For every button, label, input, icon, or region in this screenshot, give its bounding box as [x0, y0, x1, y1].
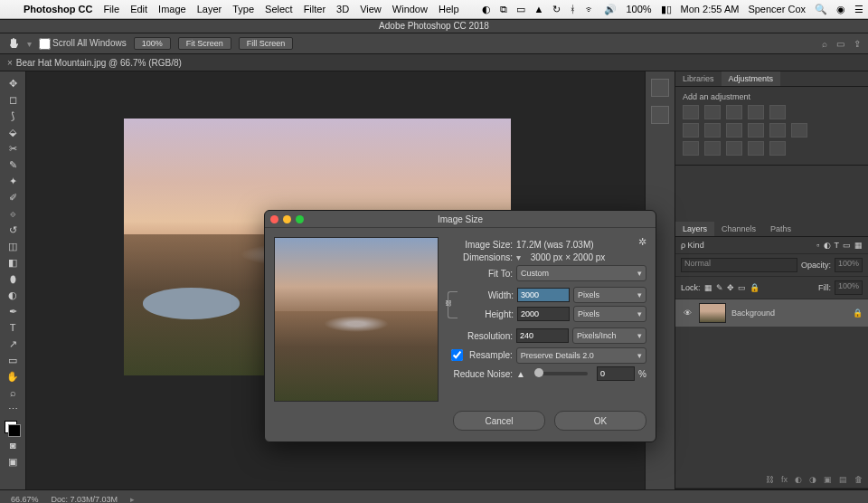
curves-icon[interactable] — [726, 105, 742, 119]
heal-tool-icon[interactable]: ✦ — [3, 174, 23, 188]
preview-thumbnail[interactable] — [274, 237, 439, 402]
tab-close-icon[interactable]: × — [7, 58, 13, 68]
layer-row[interactable]: 👁 Background 🔒 — [675, 299, 868, 327]
gradient-map-icon[interactable] — [748, 141, 764, 156]
menu-image[interactable]: Image — [153, 4, 192, 14]
levels-icon[interactable] — [704, 105, 721, 119]
filter-smart-icon[interactable]: ▦ — [854, 241, 863, 250]
menu-type[interactable]: Type — [227, 4, 259, 14]
mask-icon[interactable]: ◐ — [795, 475, 802, 484]
lock-pos-icon[interactable]: ✥ — [727, 283, 734, 292]
channel-mixer-icon[interactable] — [769, 123, 786, 138]
siri-icon[interactable]: ◉ — [832, 4, 850, 15]
filter-type-icon[interactable]: T — [835, 241, 840, 250]
vibrance-icon[interactable] — [769, 105, 786, 119]
dialog-titlebar[interactable]: Image Size — [265, 211, 656, 228]
exposure-icon[interactable] — [748, 105, 764, 119]
filter-image-icon[interactable]: ▫ — [816, 241, 819, 250]
bw-icon[interactable] — [726, 123, 742, 138]
threshold-icon[interactable] — [726, 141, 742, 156]
properties-panel-icon[interactable] — [651, 106, 669, 124]
clock[interactable]: Mon 2:55 AM — [676, 4, 744, 14]
user-name[interactable]: Spencer Cox — [743, 4, 810, 14]
color-balance-icon[interactable] — [704, 123, 721, 138]
fit-screen-button[interactable]: Fit Screen — [178, 37, 231, 50]
marquee-tool-icon[interactable]: ◻ — [3, 92, 23, 107]
search-icon[interactable]: ⌕ — [822, 39, 827, 49]
reduce-noise-input[interactable] — [597, 366, 635, 381]
battery-text[interactable]: 100% — [621, 4, 656, 14]
width-input[interactable] — [517, 288, 570, 302]
type-tool-icon[interactable]: T — [3, 320, 23, 335]
tab-channels[interactable]: Channels — [714, 222, 763, 236]
new-group-icon[interactable]: ▣ — [824, 475, 832, 484]
menu-window[interactable]: Window — [387, 4, 433, 14]
dodge-tool-icon[interactable]: ◐ — [3, 288, 23, 302]
quick-mask-icon[interactable]: ◙ — [3, 438, 23, 452]
canvas-area[interactable]: Image Size ✲ Image Size:17.2M (was 7.03M… — [26, 71, 645, 489]
cc-icon[interactable]: ◐ — [477, 4, 495, 15]
menu-app[interactable]: Photoshop CC — [18, 4, 98, 14]
tab-adjustments[interactable]: Adjustments — [722, 71, 781, 86]
new-layer-icon[interactable]: ▤ — [839, 475, 847, 484]
blend-mode-select[interactable]: Normal — [681, 258, 797, 272]
document-tab-title[interactable]: Bear Hat Mountain.jpg @ 66.7% (RGB/8) — [16, 58, 182, 68]
search-icon[interactable]: 🔍 — [810, 4, 832, 15]
eraser-tool-icon[interactable]: ◫ — [3, 239, 23, 253]
stamp-tool-icon[interactable]: ⟐ — [3, 206, 23, 221]
edit-toolbar-icon[interactable]: ⋯ — [3, 402, 23, 416]
path-tool-icon[interactable]: ↗ — [3, 337, 23, 351]
notification-icon[interactable]: ☰ — [850, 4, 868, 15]
quick-select-tool-icon[interactable]: ⬙ — [3, 125, 23, 139]
status-zoom[interactable]: 66.67% — [11, 495, 39, 503]
history-brush-tool-icon[interactable]: ↺ — [3, 223, 23, 237]
filter-adj-icon[interactable]: ◐ — [824, 241, 831, 250]
fx-icon[interactable]: fx — [781, 475, 788, 484]
color-swatches[interactable] — [5, 421, 21, 437]
pen-tool-icon[interactable]: ✒ — [3, 304, 23, 318]
wifi-icon[interactable]: ᯤ — [580, 4, 599, 14]
trash-icon[interactable]: 🗑 — [854, 475, 863, 484]
lookup-icon[interactable] — [791, 123, 807, 138]
zoom-tool-icon[interactable]: ⌕ — [3, 385, 23, 400]
new-fill-icon[interactable]: ◑ — [809, 475, 816, 484]
hue-icon[interactable] — [683, 123, 699, 138]
ok-button[interactable]: OK — [554, 411, 646, 431]
lock-all-icon[interactable]: 🔒 — [750, 283, 760, 292]
height-unit-select[interactable]: Pixels — [573, 306, 646, 322]
lasso-tool-icon[interactable]: ⟆ — [3, 109, 23, 123]
tab-layers[interactable]: Layers — [675, 222, 714, 236]
posterize-icon[interactable] — [704, 141, 721, 156]
kind-filter-label[interactable]: ρ Kind — [681, 241, 704, 250]
shape-tool-icon[interactable]: ▭ — [3, 353, 23, 367]
resolution-unit-select[interactable]: Pixels/Inch — [572, 327, 646, 344]
link-icon[interactable] — [448, 291, 458, 318]
filter-shape-icon[interactable]: ▭ — [843, 241, 851, 250]
move-tool-icon[interactable]: ✥ — [3, 76, 23, 90]
volume-icon[interactable]: 🔊 — [599, 4, 621, 15]
history-panel-icon[interactable] — [651, 79, 669, 97]
menu-view[interactable]: View — [354, 4, 387, 14]
fit-to-select[interactable]: Custom — [516, 265, 646, 281]
tab-paths[interactable]: Paths — [763, 222, 798, 236]
lock-trans-icon[interactable]: ▦ — [704, 283, 712, 292]
bluetooth-icon[interactable]: ᚼ — [565, 4, 580, 14]
photo-filter-icon[interactable] — [748, 123, 764, 138]
backup-icon[interactable]: ↻ — [548, 4, 565, 15]
scroll-all-checkbox[interactable]: Scroll All Windows — [39, 38, 127, 50]
gradient-tool-icon[interactable]: ◧ — [3, 255, 23, 270]
menu-3d[interactable]: 3D — [331, 4, 354, 14]
eyedropper-tool-icon[interactable]: ✎ — [3, 157, 23, 172]
display-icon[interactable]: ▭ — [512, 4, 530, 15]
menu-filter[interactable]: Filter — [298, 4, 331, 14]
resample-checkbox[interactable] — [451, 349, 463, 361]
cancel-button[interactable]: Cancel — [453, 411, 545, 431]
width-unit-select[interactable]: Pixels — [573, 287, 646, 303]
lock-paint-icon[interactable]: ✎ — [716, 283, 723, 292]
tab-libraries[interactable]: Libraries — [675, 71, 722, 86]
workspace-icon[interactable]: ▭ — [836, 39, 844, 49]
share-icon[interactable]: ⇪ — [854, 39, 861, 49]
fill-value[interactable]: 100% — [835, 280, 863, 295]
visibility-icon[interactable]: 👁 — [681, 308, 693, 318]
warn-icon[interactable]: ▲ — [530, 4, 549, 14]
